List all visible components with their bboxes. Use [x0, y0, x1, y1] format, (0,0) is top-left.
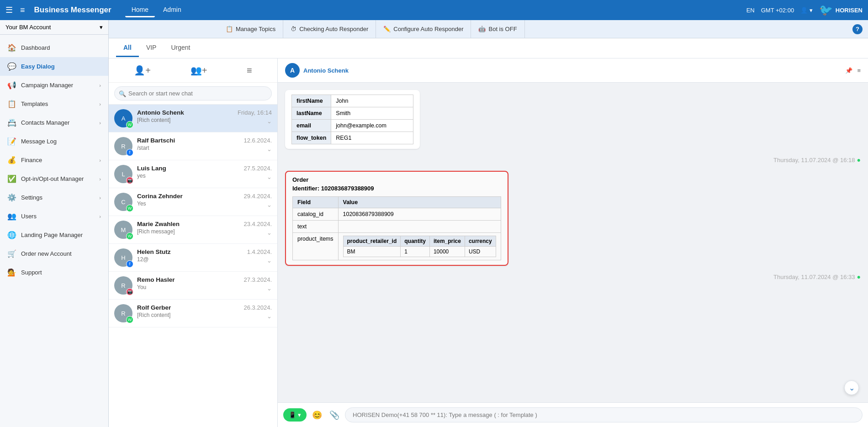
user-icon[interactable]: 👤 ▾ [800, 7, 813, 14]
chat-info: Helen Stutz 12@ [137, 248, 243, 263]
tab-all[interactable]: All [116, 39, 139, 57]
sidebar-item-dashboard[interactable]: 🏠 Dashboard [0, 38, 108, 57]
sidebar-item-finance[interactable]: 💰 Finance › [0, 151, 108, 169]
chat-item[interactable]: R 📷 Remo Hasler You 27.3.2024. ⌄ [109, 272, 277, 300]
chat-name: Luis Lang [137, 165, 239, 172]
header-icons: 📌 ≡ [845, 67, 861, 74]
platform-badge: f [126, 260, 133, 268]
sidebar-label-message-log: Message Log [21, 138, 57, 145]
sidebar-item-campaign-manager[interactable]: 📢 Campaign Manager › [0, 76, 108, 95]
chat-avatar: A W [114, 109, 132, 127]
sidebar-icon-templates: 📋 [7, 100, 16, 108]
list-icon[interactable]: ≡ [20, 5, 25, 15]
platform-badge: 📷 [126, 288, 133, 295]
subnav-bot-status[interactable]: 🤖 Bot is OFF [471, 20, 524, 38]
add-group-icon[interactable]: 👥+ [187, 63, 211, 78]
sidebar-icon-users: 👥 [7, 212, 16, 221]
chat-item[interactable]: A W Antonio Schenk [Rich content] Friday… [109, 105, 277, 132]
table-row: catalog_id 1020836879388909 [293, 208, 501, 221]
table-row: email john@example.com [292, 120, 413, 132]
tab-urgent[interactable]: Urgent [164, 39, 197, 57]
search-input[interactable] [114, 86, 272, 100]
subnav-configure-auto-responder[interactable]: ✏️ Configure Auto Responder [376, 20, 471, 38]
message-timestamp-1: Thursday, 11.07.2024 @ 16:18 ● [285, 156, 861, 163]
sidebar-label-dashboard: Dashboard [21, 44, 50, 51]
order-field: catalog_id [293, 208, 339, 221]
brand-name: Business Messenger [34, 5, 111, 15]
sidebar-item-contacts-manager[interactable]: 📇 Contacts Manager › [0, 113, 108, 132]
sidebar-icon-finance: 💰 [7, 156, 16, 164]
table-row: firstName John [292, 95, 413, 107]
field-key: lastName [292, 107, 331, 120]
sidebar-label-settings: Settings [21, 194, 42, 201]
whatsapp-icon: 📱 [289, 411, 296, 418]
help-icon[interactable]: ? [852, 24, 863, 34]
content-area: 📋 Manage Topics ⏱ Checking Auto Responde… [109, 20, 868, 427]
sidebar-item-easy-dialog[interactable]: 💬 Easy Dialog [0, 57, 108, 76]
order-title: Order [292, 176, 501, 183]
nav-admin[interactable]: Admin [157, 3, 188, 17]
chevron-down-icon: ⌄ [244, 174, 272, 180]
field-value: Smith [331, 107, 413, 120]
platform-badge: W [126, 232, 133, 240]
chat-item[interactable]: L 📷 Luis Lang yes 27.5.2024. ⌄ [109, 160, 277, 188]
sidebar-label-opt-in-out: Opt-in/Opt-out Manager [21, 175, 84, 182]
whatsapp-status-icon-1: ● [857, 156, 861, 163]
nav-links: Home Admin [125, 3, 188, 17]
scroll-down-button[interactable]: ⌄ [844, 380, 859, 395]
chat-name: Corina Zehnder [137, 193, 239, 200]
sidebar-arrow-finance: › [99, 158, 101, 163]
hamburger-icon[interactable]: ☰ [5, 5, 13, 15]
product-items-table: product_retailer_idquantityitem_pricecur… [343, 236, 496, 257]
account-dropdown-icon: ▾ [100, 24, 103, 31]
chat-preview: /start [137, 145, 239, 151]
chat-item[interactable]: R W Rolf Gerber [Rich content] 26.3.2024… [109, 300, 277, 327]
emoji-button[interactable]: 😊 [310, 408, 324, 422]
nav-home[interactable]: Home [125, 3, 155, 17]
chat-item[interactable]: H f Helen Stutz 12@ 1.4.2024. ⌄ [109, 244, 277, 272]
nested-row: BM 1 10000 USD [343, 247, 496, 257]
menu-icon[interactable]: ≡ [243, 63, 256, 78]
sidebar-item-message-log[interactable]: 📝 Message Log [0, 132, 108, 151]
message-bubble-1: firstName John lastName Smith email john… [285, 90, 420, 149]
sidebar-item-settings[interactable]: ⚙️ Settings › [0, 188, 108, 207]
chat-meta: 26.3.2024. ⌄ [244, 304, 272, 320]
chat-date: 29.4.2024. [244, 193, 272, 200]
sidebar-label-landing-page: Landing Page Manager [21, 232, 83, 238]
pin-icon[interactable]: 📌 [845, 67, 852, 74]
sidebar-item-templates[interactable]: 📋 Templates › [0, 95, 108, 113]
chat-preview: Yes [137, 200, 239, 207]
attachment-button[interactable]: 📎 [328, 408, 341, 422]
chat-meta: 29.4.2024. ⌄ [244, 193, 272, 208]
order-value: 1020836879388909 [338, 208, 501, 221]
account-selector[interactable]: Your BM Account ▾ [0, 20, 109, 35]
platform-badge: f [126, 149, 133, 156]
sidebar-item-opt-in-out[interactable]: ✅ Opt-in/Opt-out Manager › [0, 169, 108, 188]
bot-icon: 🤖 [478, 26, 486, 32]
sidebar-item-order-account[interactable]: 🛒 Order new Account [0, 244, 108, 263]
sidebar-icon-order-account: 🛒 [7, 249, 16, 258]
tab-vip[interactable]: VIP [139, 39, 164, 57]
message-input[interactable] [345, 407, 863, 422]
chat-item[interactable]: M W Marie Zwahlen [Rich message] 23.4.20… [109, 216, 277, 244]
chat-item[interactable]: R f Ralf Bartschi /start 12.6.2024. ⌄ [109, 132, 277, 160]
sidebar-item-users[interactable]: 👥 Users › [0, 207, 108, 226]
whatsapp-send-button[interactable]: 📱 ▾ [283, 408, 307, 422]
chevron-down-icon: ⌄ [244, 313, 272, 320]
sidebar-item-landing-page[interactable]: 🌐 Landing Page Manager [0, 226, 108, 244]
sidebar-item-support[interactable]: 💁 Support [0, 263, 108, 282]
add-contact-icon[interactable]: 👤+ [130, 63, 154, 78]
language-selector[interactable]: EN [746, 7, 755, 14]
order-col-field: Field [293, 197, 339, 208]
menu-dots-icon[interactable]: ≡ [857, 67, 861, 74]
chat-preview: [Rich content] [137, 312, 239, 318]
subnav-checking-auto-responder[interactable]: ⏱ Checking Auto Responder [283, 20, 376, 38]
top-right: EN GMT +02:00 👤 ▾ 🐦 HORISEN [746, 4, 863, 16]
chat-name: Rolf Gerber [137, 304, 239, 311]
order-col-value: Value [338, 197, 501, 208]
subnav-manage-topics[interactable]: 📋 Manage Topics [218, 20, 283, 38]
chat-date: 23.4.2024. [244, 221, 272, 227]
logo-bird-icon: 🐦 [819, 4, 833, 16]
chat-item[interactable]: C W Corina Zehnder Yes 29.4.2024. ⌄ [109, 188, 277, 216]
chat-list-panel: 👤+ 👥+ ≡ 🔍 A W Antonio Schenk [Rich conte… [109, 58, 278, 427]
